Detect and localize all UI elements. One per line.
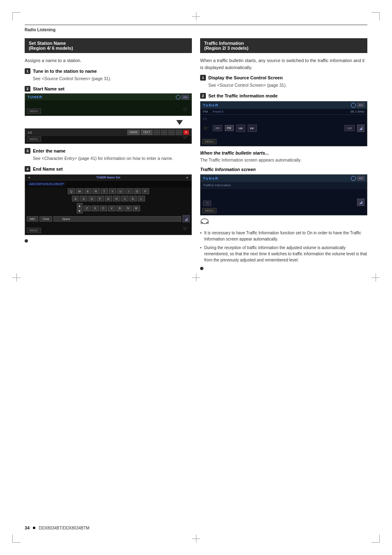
key-a[interactable]: A (72, 196, 79, 201)
notes-section: It is necessary to have Traffic Informat… (200, 230, 367, 263)
key-c[interactable]: C (100, 206, 107, 211)
page: Radio Listening Set Station Name (Region… (0, 0, 392, 555)
key-s[interactable]: S (80, 196, 88, 201)
step-1-desc: See <Source Control Screen> (page 31). (33, 76, 192, 82)
key-b[interactable]: B (116, 206, 124, 211)
key-space[interactable]: Space (53, 216, 181, 222)
step-3: 3 Enter the name See <Character Entry> (… (25, 148, 192, 162)
right-title-line1: Traffic Information (204, 41, 363, 46)
key-x[interactable]: X (92, 206, 99, 211)
key-j[interactable]: J (121, 196, 129, 201)
tuner-next-btn[interactable]: ⏭ (248, 125, 257, 132)
key-r[interactable]: R (92, 188, 100, 194)
traffic-screen-am-badge: AM (357, 176, 365, 180)
down-arrow-icon (175, 118, 184, 126)
tuner-prev-btn[interactable]: ⏮ (236, 125, 245, 132)
right-step-1-title: Display the Source Control Screen (208, 75, 283, 80)
key-z[interactable]: Z (83, 206, 91, 211)
tuner-am-btn[interactable]: AM (213, 125, 222, 131)
tuner-traffic-menu[interactable]: MENU (202, 139, 217, 144)
tuner-title-s1: TUNER (28, 95, 42, 99)
key-w[interactable]: W (76, 188, 83, 194)
menu-btn-name-set[interactable]: MENU (27, 136, 41, 142)
left-box-header: Set Station Name (Region 4/ 6 models) (25, 38, 192, 53)
key-q[interactable]: Q (68, 188, 75, 194)
svg-point-1 (201, 219, 208, 224)
hand-cursor-keyboard: ☛ (182, 224, 189, 233)
right-title-line2: (Region 2/ 3 models) (204, 46, 363, 51)
section-header-bar: Radio Listening (25, 25, 367, 32)
tuner-list-btn[interactable]: List (344, 125, 355, 131)
key-g[interactable]: G (105, 196, 112, 201)
down-arrow (25, 118, 192, 127)
traffic-sub-header: Traffice Information (201, 182, 367, 189)
tuner-traffic-am-badge: AM (357, 103, 365, 107)
step-1-header: 1 Tune in to the station to name (25, 68, 192, 74)
hand-cursor-s1: ☛ (182, 105, 189, 114)
key-k[interactable]: K (129, 196, 137, 201)
key-d[interactable]: D (88, 196, 96, 201)
dash-btn-2[interactable]: — (161, 130, 167, 135)
right-step-1-header: 1 Display the Source Control Screen (200, 75, 367, 81)
key-u[interactable]: U (117, 188, 125, 194)
name-set-screen-title: ◄ (28, 176, 30, 179)
page-number: 34 (25, 525, 30, 530)
name-label-btn[interactable]: NAME (127, 130, 140, 135)
dash-btn-4[interactable]: — (176, 130, 182, 135)
key-l[interactable]: L (138, 196, 145, 201)
traffic-menu-btn[interactable]: MENU (202, 208, 217, 213)
right-intro: When a traffic bulletin starts, any sour… (200, 57, 367, 71)
key-clear[interactable]: Clear (39, 216, 52, 222)
note-2: During the reception of traffic informat… (200, 245, 367, 263)
text-label-btn[interactable]: TEXT (141, 130, 152, 135)
name-set-screen-arrow-r: ► (186, 176, 189, 179)
left-title-line1: Set Station Name (29, 41, 188, 46)
key-nav-down[interactable]: ▼ (77, 208, 83, 213)
right-step-2-title: Set the Traffic information mode (208, 93, 278, 98)
step-4-header: 4 End Name set (25, 166, 192, 172)
tuner-side-btn[interactable]: ◢ (357, 125, 364, 132)
tuner-menu-btn-s1[interactable]: MENU (27, 109, 41, 114)
right-column: Traffic Information (Region 2/ 3 models)… (200, 38, 367, 271)
traffic-corner-btn[interactable]: ◢ (357, 199, 364, 206)
footer-bullet (33, 527, 35, 529)
tuner-traffic-icon (351, 103, 356, 108)
key-f[interactable]: F (97, 196, 104, 201)
bulletin-section-title: When the traffic bulletin starts... (200, 150, 367, 155)
name-input-fraction: 1/2 (28, 131, 32, 134)
two-column-layout: Set Station Name (Region 4/ 6 models) As… (25, 38, 367, 271)
key-v[interactable]: V (108, 206, 115, 211)
tuner-freq: 98.1 MHz (350, 110, 364, 113)
page-footer: 34 DDX8034BT/DDX8034BTM (25, 525, 367, 530)
step-2-num: 2 (25, 86, 30, 92)
key-p[interactable]: P (142, 188, 149, 194)
left-column: Set Station Name (Region 4/ 6 models) As… (25, 38, 192, 271)
key-m[interactable]: M (133, 206, 140, 211)
dash-btn-3[interactable]: — (168, 130, 175, 135)
key-abc[interactable]: ABC (27, 216, 38, 222)
step-4: 4 End Name set ◄ TUNER Name Set ► ABCDEF… (25, 166, 192, 243)
right-box-header: Traffic Information (Region 2/ 3 models) (200, 38, 367, 53)
right-step-2-num: 2 (200, 93, 206, 99)
key-nav-up[interactable]: ▲ (77, 203, 83, 208)
step-1-num: 1 (25, 68, 30, 74)
tuner-fm-label: FM (203, 110, 208, 113)
key-o[interactable]: O (134, 188, 141, 194)
tuner-icon-circle-s1 (176, 95, 180, 99)
step-3-desc: See <Character Entry> (page 41) for info… (33, 155, 192, 162)
key-y[interactable]: Y (109, 188, 116, 194)
menu-btn-namesetfull[interactable]: MENU (27, 228, 41, 233)
key-e[interactable]: E (84, 188, 92, 194)
traffic-screen-tuner-title: TuNeR (203, 176, 219, 180)
key-i[interactable]: I (125, 188, 133, 194)
right-step-1-num: 1 (200, 75, 206, 81)
right-step-1: 1 Display the Source Control Screen See … (200, 75, 367, 89)
tuner-preset-label: Preset 6 (213, 110, 224, 113)
key-n[interactable]: N (125, 206, 132, 211)
dash-btn-1[interactable]: — (154, 130, 160, 135)
tuner-fm-btn[interactable]: FM (225, 125, 234, 131)
step-3-title: Enter the name (33, 148, 65, 153)
key-t[interactable]: T (101, 188, 108, 194)
key-corner-btn[interactable]: ◢ (182, 215, 190, 222)
key-h[interactable]: H (113, 196, 120, 201)
